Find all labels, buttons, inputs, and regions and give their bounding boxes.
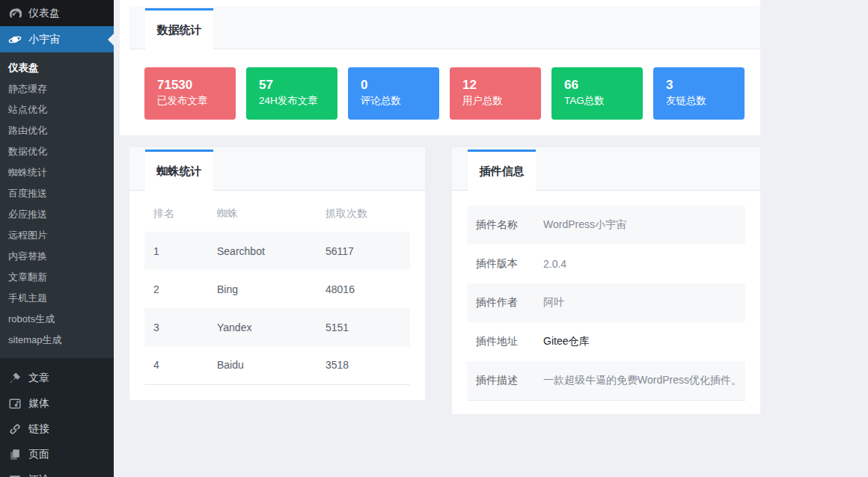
tab-spider-statistics[interactable]: 蜘蛛统计	[145, 150, 213, 191]
submenu-item-static-cache[interactable]: 静态缓存	[0, 79, 114, 99]
stat-card-friendlinks-total: 3 友链总数	[653, 67, 745, 120]
submenu-item-mobile-theme[interactable]: 手机主题	[0, 288, 114, 309]
table-row: 2 Bing 48016	[144, 270, 410, 308]
data-statistics-tabbar: 数据统计	[129, 6, 760, 49]
plugin-version-label: 插件版本	[467, 244, 534, 283]
sidebar-item-dashboard[interactable]: 仪表盘	[0, 0, 114, 26]
table-row: 3 Yandex 5151	[144, 308, 410, 346]
sidebar-item-label: 仪表盘	[28, 7, 60, 20]
cell-count: 56117	[317, 232, 410, 270]
table-row: 插件作者 阿叶	[467, 283, 745, 322]
comment-bubble-icon	[7, 473, 22, 477]
col-rank: 排名	[144, 206, 208, 232]
plugin-name-value: WordPress小宇宙	[534, 206, 745, 244]
gitee-repo-link[interactable]: Gitee仓库	[543, 335, 589, 347]
table-row: 插件名称 WordPress小宇宙	[467, 206, 745, 244]
cell-rank: 4	[144, 346, 208, 384]
stat-value: 12	[462, 77, 541, 93]
stat-card-users-total: 12 用户总数	[450, 67, 541, 120]
pages-icon	[7, 448, 22, 462]
stat-label: 已发布文章	[157, 93, 236, 108]
submenu-item-dashboard[interactable]: 仪表盘	[0, 58, 114, 79]
submenu-item-site-optimize[interactable]: 站点优化	[0, 99, 114, 120]
col-spider: 蜘蛛	[208, 206, 317, 232]
plugin-name-label: 插件名称	[467, 206, 534, 244]
stat-value: 66	[564, 77, 643, 93]
table-row: 插件地址 Gitee仓库	[467, 322, 745, 361]
cell-spider: Baidu	[208, 346, 317, 384]
stat-value: 71530	[157, 77, 236, 93]
cell-spider: Yandex	[208, 308, 317, 346]
submenu-item-spider-stats[interactable]: 蜘蛛统计	[0, 162, 114, 183]
sidebar-item-label: 链接	[28, 422, 49, 436]
cell-rank: 3	[144, 308, 208, 346]
stat-label: 评论总数	[361, 93, 439, 108]
cell-count: 48016	[317, 270, 410, 308]
submenu-item-robots-generate[interactable]: robots生成	[0, 309, 114, 330]
sidebar-item-pages[interactable]: 页面	[0, 442, 114, 467]
cell-spider: Bing	[208, 270, 317, 308]
plugin-info-tabbar: 插件信息	[452, 147, 760, 191]
stat-label: 24H发布文章	[259, 93, 337, 108]
table-row: 4 Baidu 3518	[144, 346, 410, 384]
plugin-info-table: 插件名称 WordPress小宇宙 插件版本 2.0.4 插件作者 阿叶 插件地…	[467, 206, 745, 401]
cell-count: 5151	[317, 308, 410, 346]
stat-value: 0	[361, 77, 439, 93]
spider-table-header: 排名 蜘蛛 抓取次数	[144, 206, 410, 232]
sidebar-item-label: 小宇宙	[28, 33, 60, 46]
sidebar-item-links[interactable]: 链接	[0, 416, 114, 442]
plugin-url-label: 插件地址	[467, 322, 534, 361]
spider-statistics-tabbar: 蜘蛛统计	[129, 147, 425, 191]
plugin-info-panel: 插件信息 插件名称 WordPress小宇宙 插件版本 2.0.4 插件作者 阿…	[452, 147, 760, 414]
stat-cards-row: 71530 已发布文章 57 24H发布文章 0 评论总数 12 用户总数 66…	[120, 49, 760, 120]
stat-label: 用户总数	[462, 93, 541, 108]
chain-link-icon	[7, 422, 22, 437]
plugin-submenu: 仪表盘 静态缓存 站点优化 路由优化 数据优化 蜘蛛统计 百度推送 必应推送 远…	[0, 52, 114, 358]
submenu-item-remote-images[interactable]: 远程图片	[0, 225, 114, 246]
submenu-item-article-refresh[interactable]: 文章翻新	[0, 267, 114, 288]
submenu-item-data-optimize[interactable]: 数据优化	[0, 141, 114, 162]
table-row: 插件版本 2.0.4	[467, 244, 745, 283]
table-row: 1 Searchbot 56117	[144, 232, 410, 270]
plugin-version-value: 2.0.4	[534, 244, 745, 283]
col-crawl-count: 抓取次数	[317, 206, 410, 232]
sidebar-item-label: 页面	[28, 448, 49, 461]
stat-value: 57	[259, 77, 337, 93]
plugin-author-label: 插件作者	[467, 283, 534, 322]
submenu-item-sitemap-generate[interactable]: sitemap生成	[0, 330, 114, 351]
plugin-description-value: 一款超级牛逼的免费WordPress优化插件。	[534, 361, 745, 400]
pushpin-icon	[7, 372, 22, 386]
stat-label: TAG总数	[564, 93, 643, 108]
cell-rank: 1	[144, 232, 208, 270]
dashboard-gauge-icon	[7, 6, 22, 20]
stat-value: 3	[666, 77, 745, 93]
sidebar-item-label: 文章	[28, 372, 49, 385]
sidebar-item-media[interactable]: 媒体	[0, 391, 114, 416]
submenu-item-bing-push[interactable]: 必应推送	[0, 204, 114, 225]
sidebar-item-label: 评论	[28, 473, 49, 477]
cell-count: 3518	[317, 346, 410, 384]
submenu-item-baidu-push[interactable]: 百度推送	[0, 183, 114, 204]
stat-card-comments-total: 0 评论总数	[348, 67, 439, 120]
sidebar-item-plugin-root[interactable]: 小宇宙	[0, 26, 114, 52]
media-icon	[7, 397, 22, 411]
stat-card-tags-total: 66 TAG总数	[551, 67, 643, 120]
core-menu: 文章 媒体 链接 页面 评论	[0, 366, 114, 477]
data-statistics-panel: 数据统计 71530 已发布文章 57 24H发布文章 0 评论总数 12 用户…	[120, 0, 760, 135]
plugin-description-label: 插件描述	[467, 361, 534, 400]
table-row: 插件描述 一款超级牛逼的免费WordPress优化插件。	[467, 361, 745, 400]
admin-sidebar: 仪表盘 小宇宙 仪表盘 静态缓存 站点优化 路由优化 数据优化 蜘蛛统计 百度推…	[0, 0, 114, 477]
sidebar-item-posts[interactable]: 文章	[0, 366, 114, 391]
cell-spider: Searchbot	[208, 232, 317, 270]
tab-data-statistics[interactable]: 数据统计	[145, 8, 213, 49]
stat-card-published-posts: 71530 已发布文章	[144, 67, 236, 120]
tab-plugin-info[interactable]: 插件信息	[468, 150, 536, 191]
submenu-item-content-replace[interactable]: 内容替换	[0, 246, 114, 267]
cell-rank: 2	[144, 270, 208, 308]
plugin-author-value: 阿叶	[534, 283, 745, 322]
sidebar-item-comments[interactable]: 评论	[0, 467, 114, 477]
stat-label: 友链总数	[666, 93, 745, 108]
spider-statistics-panel: 蜘蛛统计 排名 蜘蛛 抓取次数 1 Searchbot 56117 2 Bing…	[129, 147, 425, 400]
submenu-item-route-optimize[interactable]: 路由优化	[0, 120, 114, 141]
spider-table: 排名 蜘蛛 抓取次数 1 Searchbot 56117 2 Bing 4801…	[144, 206, 410, 385]
